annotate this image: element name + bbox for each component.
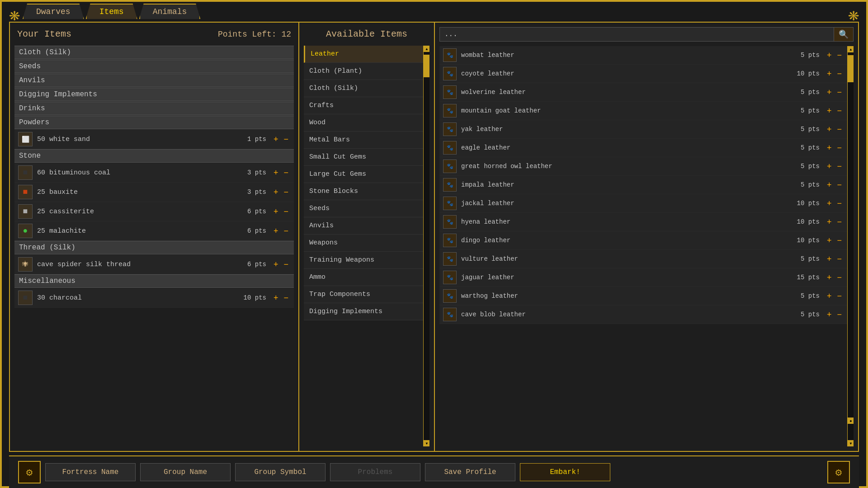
remove-eagle-button[interactable]: − bbox=[835, 144, 844, 152]
remove-coyote-button[interactable]: − bbox=[835, 70, 844, 78]
remove-jaguar-button[interactable]: − bbox=[835, 273, 844, 282]
item-name-charcoal: 30 charcoal bbox=[37, 294, 239, 302]
add-owl-button[interactable]: + bbox=[825, 162, 834, 170]
decrease-charcoal-button[interactable]: − bbox=[282, 294, 290, 302]
increase-sand-button[interactable]: + bbox=[272, 135, 280, 143]
decrease-silk-thread-button[interactable]: − bbox=[282, 260, 290, 268]
decrease-cassiterite-button[interactable]: − bbox=[282, 207, 290, 216]
add-vulture-button[interactable]: + bbox=[825, 255, 834, 263]
category-training-weapons[interactable]: Training Weapons bbox=[304, 252, 423, 269]
category-cloth-plant[interactable]: Cloth (Plant) bbox=[304, 63, 423, 80]
category-powders: Powders bbox=[14, 116, 294, 129]
tab-animals[interactable]: Animals bbox=[139, 4, 201, 19]
save-profile-button[interactable]: Save Profile bbox=[425, 463, 515, 481]
add-jaguar-button[interactable]: + bbox=[825, 273, 834, 282]
your-items-title: Your Items bbox=[17, 29, 71, 39]
item-icon-coal: ■ bbox=[18, 165, 33, 180]
add-eagle-button[interactable]: + bbox=[825, 144, 834, 152]
item-controls-owl: + − bbox=[825, 162, 844, 170]
remove-impala-button[interactable]: − bbox=[835, 181, 844, 189]
tab-items[interactable]: Items bbox=[86, 4, 137, 19]
item-icon-cassiterite: ■ bbox=[18, 204, 33, 219]
remove-dingo-button[interactable]: − bbox=[835, 236, 844, 244]
remove-hyena-button[interactable]: − bbox=[835, 218, 844, 226]
tab-dwarves[interactable]: Dwarves bbox=[23, 4, 84, 19]
item-icon-cave-blob: 🐾 bbox=[443, 308, 457, 321]
category-anvils-avail[interactable]: Anvils bbox=[304, 217, 423, 235]
problems-button[interactable]: Problems bbox=[330, 463, 420, 481]
increase-silk-thread-button[interactable]: + bbox=[272, 260, 280, 268]
add-mtn-goat-button[interactable]: + bbox=[825, 107, 834, 115]
category-trap-components[interactable]: Trap Components bbox=[304, 286, 423, 303]
increase-coal-button[interactable]: + bbox=[272, 169, 280, 177]
search-button[interactable]: 🔍 bbox=[834, 28, 853, 41]
item-controls-bauxite: + − bbox=[272, 188, 290, 196]
category-leather[interactable]: Leather bbox=[304, 46, 423, 63]
add-wombat-button[interactable]: + bbox=[825, 51, 834, 59]
scroll-down-arrow[interactable]: ▼ bbox=[424, 440, 429, 446]
item-controls-cassiterite: + − bbox=[272, 207, 290, 216]
item-pts-mtn-goat: 5 pts bbox=[795, 107, 820, 114]
item-pts-warthog: 5 pts bbox=[795, 292, 820, 300]
category-digging-implements[interactable]: Digging Implements bbox=[304, 303, 423, 320]
remove-vulture-button[interactable]: − bbox=[835, 255, 844, 263]
add-coyote-button[interactable]: + bbox=[825, 70, 834, 78]
remove-wombat-button[interactable]: − bbox=[835, 51, 844, 59]
item-name-impala: impala leather bbox=[461, 181, 795, 188]
decrease-coal-button[interactable]: − bbox=[282, 169, 290, 177]
increase-charcoal-button[interactable]: + bbox=[272, 294, 280, 302]
right-scrollbar[interactable]: ▲ ◆ ▼ bbox=[847, 46, 854, 446]
remove-warthog-button[interactable]: − bbox=[835, 292, 844, 300]
category-seeds-avail[interactable]: Seeds bbox=[304, 200, 423, 217]
increase-malachite-button[interactable]: + bbox=[272, 227, 280, 235]
remove-owl-button[interactable]: − bbox=[835, 162, 844, 170]
right-scroll-down-arrow[interactable]: ▼ bbox=[848, 440, 854, 446]
increase-bauxite-button[interactable]: + bbox=[272, 188, 280, 196]
available-items-detail-list: 🐾 wombat leather 5 pts + − 🐾 coyote leat… bbox=[439, 46, 854, 446]
group-name-button[interactable]: Group Name bbox=[140, 463, 231, 481]
category-weapons[interactable]: Weapons bbox=[304, 235, 423, 252]
category-stone-blocks[interactable]: Stone Blocks bbox=[304, 183, 423, 200]
right-scroll-up-arrow[interactable]: ▲ bbox=[848, 46, 854, 52]
category-cloth-silk-avail[interactable]: Cloth (Silk) bbox=[304, 80, 423, 97]
scroll-thumb[interactable] bbox=[424, 55, 429, 77]
add-hyena-button[interactable]: + bbox=[825, 218, 834, 226]
embark-button[interactable]: Embark! bbox=[520, 463, 610, 481]
increase-cassiterite-button[interactable]: + bbox=[272, 207, 280, 216]
category-small-cut-gems[interactable]: Small Cut Gems bbox=[304, 149, 423, 166]
add-yak-button[interactable]: + bbox=[825, 125, 834, 133]
remove-mtn-goat-button[interactable]: − bbox=[835, 107, 844, 115]
category-wood[interactable]: Wood bbox=[304, 114, 423, 131]
item-pts-eagle: 5 pts bbox=[795, 144, 820, 151]
category-metal-bars[interactable]: Metal Bars bbox=[304, 131, 423, 149]
middle-scrollbar[interactable]: ▲ ▼ bbox=[423, 46, 429, 446]
list-item: ■ 25 cassiterite 6 pts + − bbox=[14, 202, 294, 221]
item-pts-wolverine: 5 pts bbox=[795, 89, 820, 96]
category-ammo[interactable]: Ammo bbox=[304, 269, 423, 286]
right-scroll-thumb[interactable] bbox=[848, 55, 854, 82]
bottom-right-icon: ⚙ bbox=[827, 461, 850, 483]
add-jackal-button[interactable]: + bbox=[825, 199, 834, 207]
group-symbol-button[interactable]: Group Symbol bbox=[235, 463, 326, 481]
decrease-malachite-button[interactable]: − bbox=[282, 227, 290, 235]
decrease-bauxite-button[interactable]: − bbox=[282, 188, 290, 196]
search-input[interactable] bbox=[440, 28, 834, 41]
fortress-name-button[interactable]: Fortress Name bbox=[45, 463, 136, 481]
scroll-up-arrow[interactable]: ▲ bbox=[424, 46, 429, 52]
remove-jackal-button[interactable]: − bbox=[835, 199, 844, 207]
decrease-sand-button[interactable]: − bbox=[282, 135, 290, 143]
remove-yak-button[interactable]: − bbox=[835, 125, 844, 133]
add-warthog-button[interactable]: + bbox=[825, 292, 834, 300]
item-icon-yak: 🐾 bbox=[443, 122, 457, 136]
add-cave-blob-button[interactable]: + bbox=[825, 310, 834, 319]
list-item: 🐾 coyote leather 10 pts + − bbox=[439, 65, 847, 83]
add-wolverine-button[interactable]: + bbox=[825, 88, 834, 96]
category-large-cut-gems[interactable]: Large Cut Gems bbox=[304, 166, 423, 183]
item-pts-impala: 5 pts bbox=[795, 181, 820, 188]
remove-wolverine-button[interactable]: − bbox=[835, 88, 844, 96]
item-pts-malachite: 6 pts bbox=[239, 227, 266, 235]
remove-cave-blob-button[interactable]: − bbox=[835, 310, 844, 319]
add-impala-button[interactable]: + bbox=[825, 181, 834, 189]
add-dingo-button[interactable]: + bbox=[825, 236, 834, 244]
category-crafts[interactable]: Crafts bbox=[304, 97, 423, 114]
